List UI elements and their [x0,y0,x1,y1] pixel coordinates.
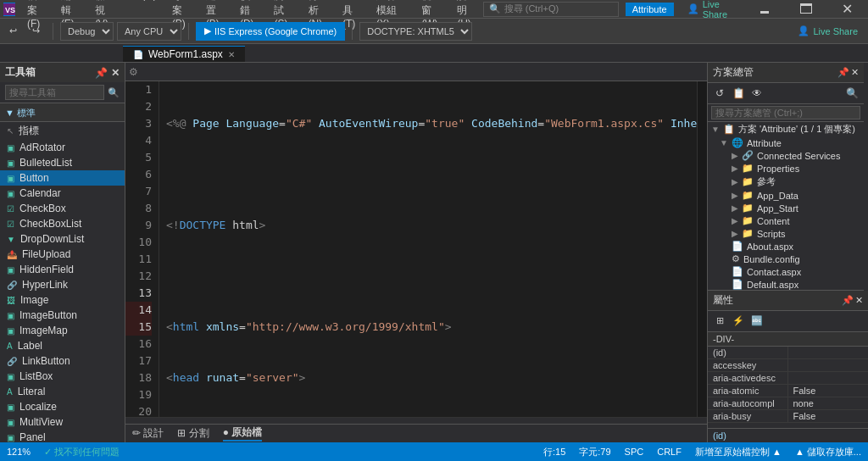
toolbox-pin-icon[interactable]: 📌 [95,67,108,79]
props-toolbar-icon-1[interactable]: ⊞ [711,313,728,330]
prop-key-aria-atomic: aria-atomic [708,385,788,397]
sidebar-item-button[interactable]: ▣Button [0,170,125,186]
doctype-select[interactable]: DOCTYPE: XHTML5 [359,22,472,41]
pin-icon[interactable]: 📌 [837,67,849,78]
show-all-icon[interactable]: 👁 [748,85,765,102]
close-icon[interactable]: ✕ [855,295,863,306]
live-share-toolbar[interactable]: 👤 Live Share [798,25,858,36]
sidebar-item-panel[interactable]: ▣Panel [0,430,125,442]
toolbox-close-icon[interactable]: ✕ [111,67,120,79]
prop-val-accesskey[interactable] [788,359,869,371]
tree-default[interactable]: 📄 Default.aspx [708,278,864,290]
debug-config-select[interactable]: Debug [60,22,114,41]
title-bar-right: 🔍 搜尋 (Ctrl+Q) Attribute 👤 Live Share 🗕 🗖… [483,0,865,19]
source-tab[interactable]: ● 原始檔 [223,425,263,442]
tab-webform1[interactable]: 📄 WebForm1.aspx ✕ [123,46,245,62]
sidebar-item-checkbox[interactable]: ☑CheckBox [0,201,125,216]
toolbar-redo[interactable]: ↪ [26,23,46,39]
sidebar-item-dropdownlist[interactable]: ▼DropDownList [0,231,125,247]
about-label: About.aspx [747,242,793,252]
toolbox-title: 工具箱 [5,65,36,80]
solution-header: 方案總管 📌 ✕ [708,63,864,83]
prop-val-aria-autocompl[interactable]: none [788,397,869,409]
prop-val-aria-activedesc[interactable] [788,372,869,384]
close-button[interactable]: ✕ [830,0,865,19]
save-repo-btn[interactable]: ▲ 儲取存放庫... [795,446,861,458]
tree-bundle[interactable]: ⚙ Bundle.config [708,253,864,265]
toolbox-search-input[interactable] [5,85,104,100]
item-label: LinkButton [22,355,70,367]
toolbox-content: ▼ 標準 ↖指標 ▣AdRotator ▣BulletedList ▣Butto… [0,103,125,442]
tab-close-icon[interactable]: ✕ [228,50,235,59]
sidebar-item-literal[interactable]: ALiteral [0,384,125,399]
sidebar-item-bulletedlist[interactable]: ▣BulletedList [0,155,125,170]
search-icon[interactable]: 🔍 [843,85,860,102]
sidebar-item-image[interactable]: 🖼Image [0,292,125,308]
sidebar-item-pointer[interactable]: ↖指標 [0,122,125,140]
sidebar-item-calendar[interactable]: ▣Calendar [0,186,125,201]
prop-val-id[interactable] [788,347,869,358]
sidebar-item-hyperlink[interactable]: 🔗HyperLink [0,277,125,292]
scripts-icon: 📁 [742,228,754,239]
item-icon: ▣ [7,265,14,275]
settings-icon[interactable]: ⚙ [129,66,138,78]
solution-root[interactable]: ▼ 📋 方案 'Attribute' (1 / 1 個專案) [708,122,864,136]
tree-app-data[interactable]: ▶ 📁 App_Data [708,189,864,202]
toolbar-undo[interactable]: ↩ [3,23,23,39]
properties-title: 屬性 [713,293,733,308]
props-row-aria-busy: aria-busy False [708,410,868,423]
sidebar-item-checkboxlist[interactable]: ☑CheckBoxList [0,216,125,231]
about-icon: 📄 [732,241,743,252]
props-toolbar-icon-3[interactable]: 🔤 [748,313,765,330]
sidebar-item-adrotator[interactable]: ▣AdRotator [0,140,125,155]
tree-references[interactable]: ▶ 📁 參考 [708,175,864,189]
tree-contact[interactable]: 📄 Contact.aspx [708,265,864,278]
sidebar-item-fileupload[interactable]: 📤FileUpload [0,247,125,262]
minimize-button[interactable]: 🗕 [747,0,782,19]
add-control-btn[interactable]: 新增至原始檔控制 ▲ [695,446,782,458]
run-button[interactable]: ▶ IIS Express (Google Chrome) [196,22,345,41]
sidebar-item-imagemap[interactable]: ▣ImageMap [0,323,125,338]
sidebar-item-imagebutton[interactable]: ▣ImageButton [0,308,125,323]
sidebar-item-hiddenfield[interactable]: ▣HiddenField [0,262,125,277]
solution-search-input[interactable] [711,106,860,119]
pin-icon[interactable]: 📌 [842,295,854,306]
item-icon: ☑ [7,204,14,214]
tree-about[interactable]: 📄 About.aspx [708,240,864,253]
design-tab[interactable]: ✏ 設計 [132,426,164,441]
app-icon: VS [3,3,15,16]
appstart-label: App_Start [757,203,798,214]
tree-scripts[interactable]: ▶ 📁 Scripts [708,227,864,240]
item-label: BulletedList [19,157,72,169]
props-icon[interactable]: 📋 [730,85,747,102]
live-share-btn[interactable]: 👤 Live Share [687,0,741,19]
toolbox-section-label[interactable]: ▼ 標準 [0,103,125,122]
svg-text:VS: VS [5,6,15,14]
horizontal-scrollbar[interactable] [125,417,707,424]
tree-app-start[interactable]: ▶ 📁 App_Start [708,202,864,214]
platform-select[interactable]: Any CPU [117,22,181,41]
maximize-button[interactable]: 🗖 [788,0,823,19]
status-problems[interactable]: ✓ 找不到任何問題 [44,446,120,458]
status-zoom[interactable]: 121% [7,447,31,457]
close-icon[interactable]: ✕ [851,67,859,78]
solution-header-btns: 📌 ✕ [837,67,859,78]
code-area[interactable]: <%@ Page Language="C#" AutoEventWireup="… [159,81,697,417]
tree-connected-services[interactable]: ▶ 🔗 Connected Services [708,149,864,162]
ref-arrow: ▶ [732,177,738,186]
project-node[interactable]: ▼ 🌐 Attribute [708,136,864,149]
sidebar-item-multiview[interactable]: ▣MultiView [0,414,125,430]
prop-val-aria-busy[interactable]: False [788,410,869,422]
editor-content[interactable]: 12345 678910 1112 13 14 15 1617181920 <%… [125,81,707,417]
tree-content[interactable]: ▶ 📁 Content [708,214,864,227]
sidebar-item-localize[interactable]: ▣Localize [0,399,125,414]
prop-key-id: (id) [708,347,788,358]
props-toolbar-icon-2[interactable]: ⚡ [730,313,747,330]
sidebar-item-label[interactable]: ALabel [0,338,125,353]
sidebar-item-listbox[interactable]: ▣ListBox [0,369,125,384]
split-tab[interactable]: ⊞ 分割 [177,426,209,441]
sync-icon[interactable]: ↺ [711,85,728,102]
sidebar-item-linkbutton[interactable]: 🔗LinkButton [0,353,125,369]
prop-val-aria-atomic[interactable]: False [788,385,869,397]
tree-properties[interactable]: ▶ 📁 Properties [708,162,864,175]
